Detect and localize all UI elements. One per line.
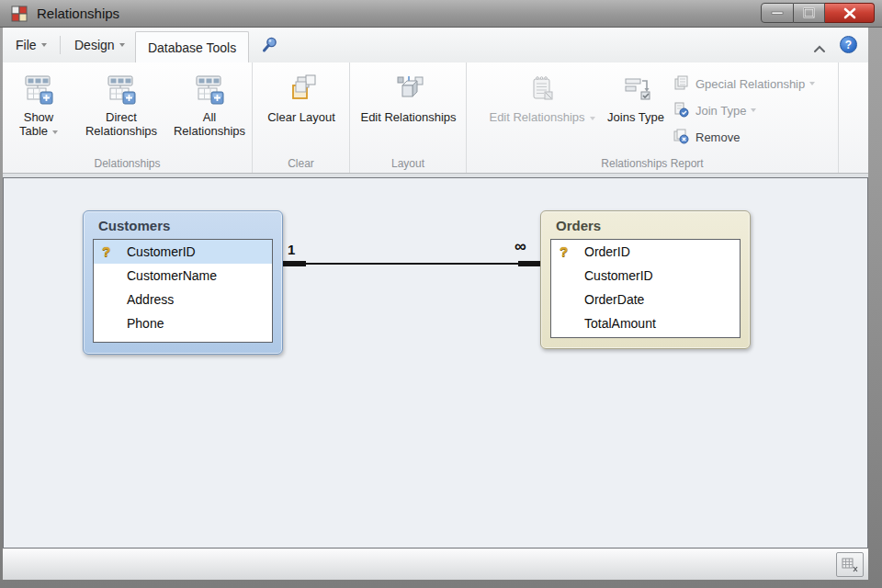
relationships-window-icon [11, 6, 28, 22]
join-type-icon [673, 101, 689, 120]
chevron-down-icon [52, 130, 58, 134]
join-type-button: Join Type [673, 99, 838, 121]
tab-separator [60, 36, 61, 54]
chevron-down-icon [41, 43, 47, 47]
status-bar [3, 548, 868, 580]
table-add-icon [22, 70, 55, 110]
field-row[interactable]: ? OrderID [551, 240, 740, 264]
relation-one-label: 1 [288, 242, 295, 257]
titlebar[interactable]: Relationships [0, 0, 882, 28]
datasheet-view-button[interactable] [836, 552, 864, 577]
relationships-canvas[interactable]: 1 ∞ Customers ? CustomerID CustomerName … [3, 177, 868, 548]
table-card-orders[interactable]: Orders ? OrderID CustomerID OrderDate To… [540, 210, 751, 349]
group-relationships: Show Table Direct [3, 62, 253, 173]
special-relationship-button: Gpecial Relationship [673, 73, 838, 95]
chevron-down-icon [590, 117, 595, 120]
datasheet-grid-icon [842, 558, 858, 572]
relationship-line-end [518, 261, 541, 266]
remove-button[interactable]: Remove [673, 126, 838, 148]
direct-relationships-button[interactable]: Direct Relationships [76, 70, 166, 138]
all-relationships-button[interactable]: All Relationships [168, 70, 251, 138]
edit-relationships-report-button: Edit Relationships [472, 70, 612, 124]
collapse-ribbon-icon[interactable] [813, 40, 826, 57]
tab-database-tools[interactable]: Database Tools [135, 31, 249, 62]
table-add-icon [105, 70, 138, 110]
close-icon [843, 7, 856, 19]
cubes-icon [392, 70, 425, 110]
joins-type-icon [619, 70, 652, 110]
primary-key-icon: ? [560, 240, 568, 264]
table-title: Customers [98, 218, 170, 233]
field-list: ? OrderID CustomerID OrderDate TotalAmou… [550, 239, 741, 338]
window-title: Relationships [37, 6, 119, 21]
maximize-icon [803, 7, 815, 18]
group-layout: Edit Relationships Layout [350, 62, 467, 173]
field-row[interactable]: Address [94, 288, 272, 311]
chevron-down-icon [809, 82, 815, 85]
primary-key-icon: ? [102, 240, 110, 264]
clear-layout-icon [285, 70, 318, 110]
tab-design[interactable]: Design [65, 28, 134, 62]
remove-icon [673, 128, 689, 147]
relationship-line-end [283, 261, 306, 266]
window-controls [761, 3, 875, 23]
group-label-relationships-report: Relationships Report [467, 157, 838, 170]
ribbon-tab-bar: File Design Database Tools ? [3, 28, 868, 62]
relationships-window: Relationships File Design Database Tools [0, 0, 882, 588]
field-list: ? CustomerID CustomerName Address Phone [93, 239, 273, 343]
ribbon: Show Table Direct [3, 62, 868, 174]
field-row[interactable]: CustomerID [551, 264, 740, 288]
show-table-button[interactable]: Show Table [3, 70, 74, 138]
close-button[interactable] [825, 3, 875, 23]
clear-layout-button[interactable]: Clear Layout [255, 70, 347, 124]
stacked-sheets-icon [673, 74, 689, 94]
relationship-line[interactable] [283, 263, 541, 265]
relation-many-label: ∞ [514, 237, 526, 256]
table-card-customers[interactable]: Customers ? CustomerID CustomerName Addr… [83, 210, 283, 355]
group-clear: Clear Layout Clear [253, 62, 350, 173]
edit-relationships-button[interactable]: Edit Relationships [353, 70, 464, 124]
help-icon: ? [845, 39, 852, 51]
maximize-button[interactable] [794, 3, 825, 23]
chevron-down-icon [119, 43, 125, 47]
group-label-clear: Clear [253, 157, 349, 170]
help-button[interactable]: ? [840, 36, 857, 53]
field-row[interactable]: TotalAmount [551, 311, 740, 335]
minimize-button[interactable] [761, 3, 794, 23]
field-row[interactable]: OrderDate [551, 288, 740, 311]
group-label-relationships: Delationships [3, 157, 252, 170]
chevron-down-icon [751, 108, 756, 112]
group-relationships-report: Edit Relationships Joins Type [467, 62, 839, 173]
report-document-icon [526, 70, 559, 110]
field-row[interactable]: Phone [94, 311, 272, 335]
magnifier-key-icon[interactable] [260, 36, 278, 58]
group-label-layout: Layout [350, 157, 466, 170]
joins-type-button[interactable]: Joins Type [597, 70, 674, 124]
field-row[interactable]: CustomerName [94, 264, 272, 288]
field-row[interactable]: ? CustomerID [94, 240, 272, 264]
table-title: Orders [556, 218, 601, 233]
table-add-icon [193, 70, 226, 110]
minimize-icon [771, 11, 784, 15]
report-small-buttons: Gpecial Relationship Join Type Remove [673, 73, 838, 153]
tab-file[interactable]: File [6, 28, 56, 62]
